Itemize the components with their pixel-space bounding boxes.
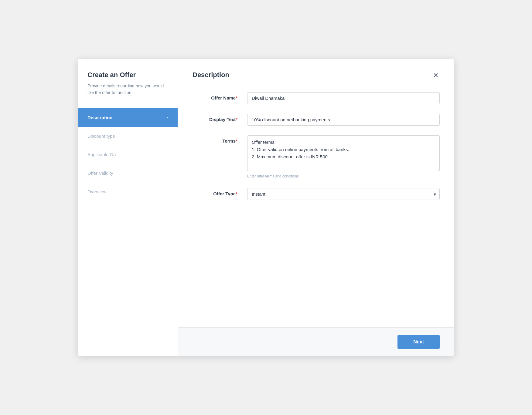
sidebar-item-applicable-on[interactable]: Applicable On: [78, 145, 178, 164]
sidebar-item-label-applicable-on: Applicable On: [87, 152, 116, 157]
sidebar-item-description[interactable]: Description ›: [78, 108, 178, 127]
main-header: Description ✕: [178, 59, 454, 80]
modal-container: Create an Offer Provide details regardin…: [78, 59, 454, 356]
terms-label: Terms*: [193, 135, 247, 143]
modal-footer: Next: [178, 327, 454, 356]
terms-textarea[interactable]: Offer terms: 1. Offer valid on online pa…: [247, 135, 440, 171]
form-area: Offer Name* Display Text* Terms*: [178, 80, 454, 327]
required-star-display: *: [236, 117, 237, 122]
next-button[interactable]: Next: [397, 335, 440, 349]
display-text-label: Display Text*: [193, 114, 247, 122]
sidebar-subtitle: Provide details regarding how you would …: [78, 83, 178, 108]
terms-control: Offer terms: 1. Offer valid on online pa…: [247, 135, 440, 178]
display-text-input[interactable]: [247, 114, 440, 126]
sidebar-item-overview[interactable]: Overview: [78, 182, 178, 201]
sidebar-item-label-discount-type: Discount type: [87, 133, 115, 139]
sidebar-item-label-offer-validity: Offer Validity: [87, 170, 113, 176]
offer-type-row: Offer Type* Instant Coupon EMI ▾: [193, 188, 440, 200]
offer-type-control: Instant Coupon EMI ▾: [247, 188, 440, 200]
section-title: Description: [193, 71, 229, 79]
sidebar-item-label-description: Description: [87, 115, 113, 120]
terms-row: Terms* Offer terms: 1. Offer valid on on…: [193, 135, 440, 178]
main-content: Description ✕ Offer Name* Display Text*: [178, 59, 454, 356]
terms-hint: Enter offer terms and conditions: [247, 174, 440, 178]
sidebar: Create an Offer Provide details regardin…: [78, 59, 178, 356]
sidebar-item-offer-validity[interactable]: Offer Validity: [78, 164, 178, 182]
chevron-right-icon: ›: [166, 115, 168, 120]
required-star-type: *: [236, 191, 237, 196]
required-star-name: *: [236, 95, 237, 100]
sidebar-title: Create an Offer: [78, 71, 178, 83]
required-star-terms: *: [236, 138, 237, 143]
offer-name-label: Offer Name*: [193, 92, 247, 100]
offer-name-control: [247, 92, 440, 104]
display-text-control: [247, 114, 440, 126]
offer-type-label: Offer Type*: [193, 188, 247, 196]
offer-type-select[interactable]: Instant Coupon EMI: [247, 188, 440, 200]
offer-name-row: Offer Name*: [193, 92, 440, 104]
offer-type-select-wrap: Instant Coupon EMI ▾: [247, 188, 440, 200]
sidebar-nav: Description › Discount type Applicable O…: [78, 108, 178, 201]
display-text-row: Display Text*: [193, 114, 440, 126]
sidebar-item-label-overview: Overview: [87, 189, 107, 194]
sidebar-item-discount-type[interactable]: Discount type: [78, 127, 178, 145]
close-button[interactable]: ✕: [432, 71, 440, 80]
offer-name-input[interactable]: [247, 92, 440, 104]
